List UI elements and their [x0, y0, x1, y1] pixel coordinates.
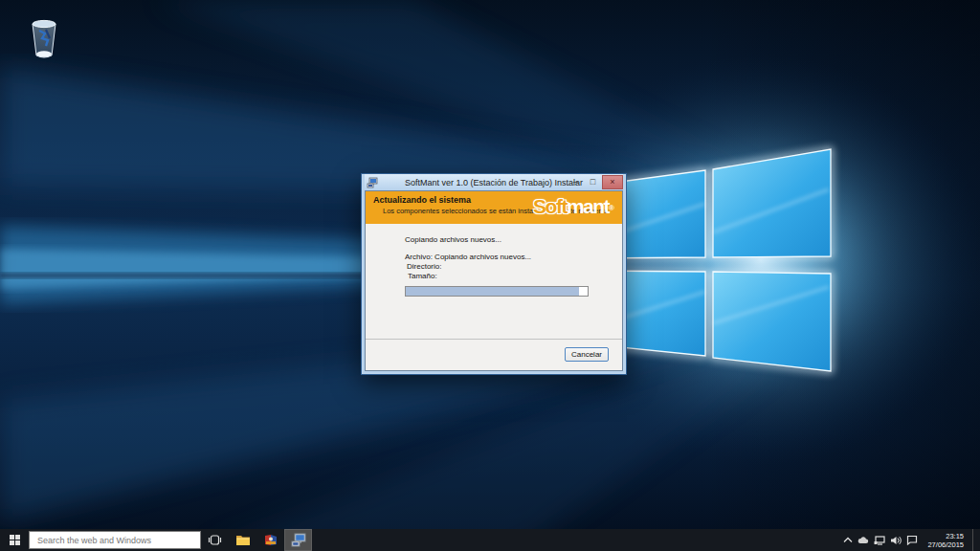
file-explorer-icon	[235, 534, 251, 546]
setup-computer-icon	[367, 177, 378, 188]
colorful-app-icon	[264, 534, 278, 546]
system-tray: 23:15 27/06/2015	[843, 529, 980, 551]
close-button[interactable]: ×	[602, 175, 623, 189]
clock-time: 23:15	[927, 532, 964, 540]
installer-status-panel: Copiando archivos nuevos... Archivo: Cop…	[366, 224, 622, 339]
status-size-line: Tamaño:	[408, 272, 622, 280]
volume-icon[interactable]	[890, 536, 902, 545]
taskbar-empty-area	[312, 529, 843, 551]
minimize-button[interactable]: –	[568, 176, 584, 188]
softmant-logo-soft: Soft	[533, 195, 567, 217]
installer-client-area: Actualizando el sistema Los componentes …	[365, 190, 623, 371]
softmant-logo: Softmant®	[533, 192, 614, 221]
cancel-button[interactable]: Cancelar	[565, 347, 609, 362]
windows-start-icon	[10, 535, 20, 545]
taskbar-search[interactable]	[29, 531, 201, 549]
clock-date: 27/06/2015	[927, 540, 964, 549]
task-view-button[interactable]	[201, 529, 229, 551]
start-button[interactable]	[0, 529, 29, 551]
softmant-logo-mant: mant	[567, 195, 609, 217]
desktop: SoftMant ver 1.0 (Estación de Trabajo) I…	[0, 0, 980, 551]
progress-bar	[405, 286, 589, 297]
taskbar: 23:15 27/06/2015	[0, 529, 980, 551]
maximize-button[interactable]: □	[585, 176, 601, 188]
file-explorer-button[interactable]	[229, 529, 256, 551]
installer-window: SoftMant ver 1.0 (Estación de Trabajo) I…	[361, 173, 627, 375]
search-input[interactable]	[30, 536, 200, 545]
status-file-line: Archivo: Copiando archivos nuevos...	[405, 253, 622, 261]
installer-banner: Actualizando el sistema Los componentes …	[366, 191, 622, 224]
installer-titlebar[interactable]: SoftMant ver 1.0 (Estación de Trabajo) I…	[365, 174, 623, 190]
installer-footer: Cancelar	[366, 339, 622, 370]
status-action-line: Copiando archivos nuevos...	[405, 235, 622, 244]
network-icon[interactable]	[874, 536, 885, 545]
taskbar-clock[interactable]: 23:15 27/06/2015	[927, 532, 964, 549]
cloud-icon[interactable]	[858, 536, 869, 544]
colorful-app-button[interactable]	[256, 529, 284, 551]
progress-fill	[406, 287, 579, 296]
action-center-icon[interactable]	[906, 535, 918, 545]
registered-mark: ®	[609, 204, 614, 212]
show-desktop-button[interactable]	[972, 529, 978, 551]
status-directory-line: Directorio:	[407, 262, 622, 271]
task-view-icon	[208, 534, 222, 546]
installer-taskbar-button[interactable]	[284, 529, 312, 551]
recycle-bin-icon[interactable]	[27, 17, 61, 61]
chevron-up-icon[interactable]	[843, 536, 853, 544]
installer-app-icon	[291, 533, 306, 547]
